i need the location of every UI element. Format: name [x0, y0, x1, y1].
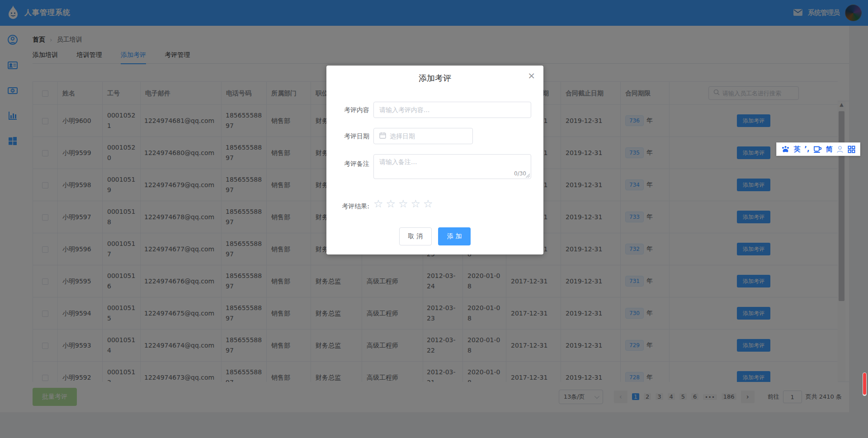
simplified-chinese-icon[interactable]: 简	[826, 146, 833, 153]
quote-icon[interactable]: ’,	[804, 146, 809, 153]
close-icon[interactable]: ×	[528, 71, 535, 80]
page-scrollbar[interactable]	[862, 372, 868, 397]
evaluation-remark-field: 0/30	[373, 154, 531, 179]
evaluation-remark-textarea[interactable]	[374, 155, 531, 179]
person-icon[interactable]	[836, 146, 844, 153]
char-counter: 0/30	[514, 170, 526, 177]
date-label: 考评日期	[326, 128, 369, 144]
confirm-add-button[interactable]: 添 加	[438, 227, 471, 245]
star-icon[interactable]: ☆	[423, 198, 433, 210]
content-label: 考评内容	[326, 102, 369, 118]
star-icon[interactable]: ☆	[373, 198, 383, 210]
star-icon[interactable]: ☆	[411, 198, 421, 210]
result-label: 考评结果:	[326, 200, 369, 212]
star-icon[interactable]: ☆	[398, 198, 408, 210]
evaluation-content-input[interactable]	[379, 106, 525, 113]
dialog-title: 添加考评	[326, 73, 543, 84]
calendar-icon	[379, 132, 386, 140]
resize-handle-icon[interactable]	[526, 174, 530, 178]
remark-label: 考评备注	[326, 154, 369, 173]
add-evaluation-dialog: 添加考评 × 考评内容 考评日期 考评备注 0/30 考评结果: ☆ ☆ ☆ ☆	[326, 66, 543, 254]
star-icon[interactable]: ☆	[386, 198, 396, 210]
cancel-button[interactable]: 取 消	[399, 227, 432, 245]
translate-extension-toolbar: 英 ’, 简	[776, 142, 860, 156]
evaluation-content-field	[373, 102, 531, 118]
rating-stars: ☆ ☆ ☆ ☆ ☆	[373, 198, 433, 210]
page-scrollbar-thumb-red[interactable]	[863, 373, 866, 395]
grid-apps-icon[interactable]	[848, 146, 855, 153]
evaluation-date-field	[373, 128, 473, 144]
english-icon[interactable]: 英	[794, 146, 801, 153]
paw-icon[interactable]	[781, 146, 790, 153]
evaluation-date-input[interactable]	[390, 132, 468, 140]
cup-icon[interactable]	[813, 146, 822, 153]
